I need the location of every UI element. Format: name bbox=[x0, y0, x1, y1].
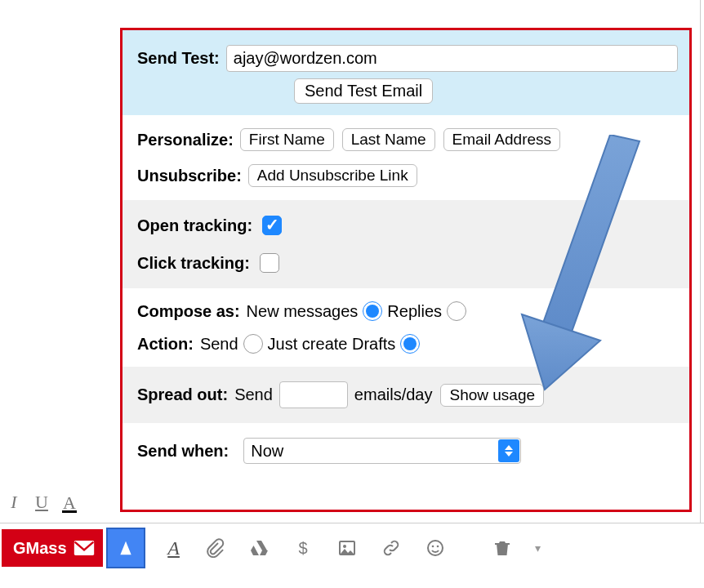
link-icon bbox=[381, 538, 401, 558]
send-test-input[interactable] bbox=[226, 45, 678, 72]
unsubscribe-button[interactable]: Add Unsubscribe Link bbox=[248, 164, 417, 187]
spread-prefix: Send bbox=[234, 385, 273, 404]
open-tracking-checkbox[interactable] bbox=[262, 216, 282, 235]
paperclip-icon bbox=[205, 538, 225, 558]
gmass-label: GMass bbox=[13, 539, 67, 558]
text-color-icon[interactable]: A bbox=[62, 496, 77, 513]
dollar-icon: $ bbox=[293, 538, 313, 558]
svg-point-6 bbox=[428, 541, 443, 555]
compose-as-row: Compose as: New messages Replies bbox=[123, 288, 689, 327]
open-tracking-row: Open tracking: bbox=[123, 200, 689, 244]
send-extra-button[interactable] bbox=[106, 528, 145, 568]
emoji-icon bbox=[426, 538, 445, 558]
show-usage-button[interactable]: Show usage bbox=[440, 384, 544, 407]
spread-emails-input[interactable] bbox=[279, 381, 348, 408]
unsubscribe-row: Unsubscribe: Add Unsubscribe Link bbox=[123, 158, 689, 200]
formatting-button[interactable]: A bbox=[155, 532, 193, 564]
open-tracking-label: Open tracking: bbox=[137, 216, 252, 235]
emoji-button[interactable] bbox=[413, 532, 457, 564]
compose-as-new-radio[interactable] bbox=[363, 301, 382, 321]
money-button[interactable]: $ bbox=[281, 532, 325, 564]
action-label: Action: bbox=[137, 335, 194, 354]
compose-as-label: Compose as: bbox=[137, 302, 240, 321]
send-test-row: Send Test: bbox=[123, 30, 689, 78]
send-test-button[interactable]: Send Test Email bbox=[294, 78, 433, 104]
compose-toolbar: GMass A $ ▾ bbox=[0, 523, 704, 572]
format-toolbar: I U A bbox=[0, 480, 83, 513]
trash-icon bbox=[492, 538, 512, 558]
personalize-first-name-button[interactable]: First Name bbox=[240, 128, 334, 151]
send-when-select-wrap[interactable]: Now bbox=[243, 438, 521, 464]
italic-icon[interactable]: I bbox=[0, 492, 28, 513]
compose-as-new-label: New messages bbox=[247, 302, 359, 321]
action-drafts-label: Just create Drafts bbox=[268, 335, 396, 354]
more-options-button[interactable]: ▾ bbox=[524, 541, 552, 555]
send-test-label: Send Test: bbox=[137, 49, 220, 68]
photo-icon bbox=[337, 538, 357, 558]
action-send-radio[interactable] bbox=[243, 334, 263, 354]
personalize-row: Personalize: First Name Last Name Email … bbox=[123, 115, 689, 158]
gmass-send-button[interactable]: GMass bbox=[2, 529, 103, 567]
gmass-settings-popup: Send Test: Send Test Email Personalize: … bbox=[120, 28, 692, 512]
compose-as-replies-label: Replies bbox=[387, 302, 442, 321]
spread-out-row: Spread out: Send emails/day Show usage bbox=[123, 367, 689, 423]
svg-point-8 bbox=[436, 546, 439, 548]
compose-as-replies-radio[interactable] bbox=[447, 301, 466, 321]
spread-out-label: Spread out: bbox=[137, 385, 228, 404]
spread-suffix: emails/day bbox=[354, 385, 433, 404]
discard-button[interactable] bbox=[480, 532, 524, 564]
insert-photo-button[interactable] bbox=[325, 532, 369, 564]
send-when-select[interactable]: Now bbox=[243, 438, 521, 464]
drive-icon bbox=[249, 538, 269, 558]
personalize-email-button[interactable]: Email Address bbox=[443, 128, 560, 151]
unsubscribe-label: Unsubscribe: bbox=[137, 167, 242, 185]
send-when-row: Send when: Now bbox=[123, 423, 689, 470]
action-row: Action: Send Just create Drafts bbox=[123, 327, 689, 367]
svg-point-5 bbox=[343, 545, 346, 548]
personalize-last-name-button[interactable]: Last Name bbox=[342, 128, 435, 151]
send-when-label: Send when: bbox=[137, 442, 229, 461]
click-tracking-label: Click tracking: bbox=[137, 254, 250, 273]
click-tracking-row: Click tracking: bbox=[123, 244, 689, 288]
insert-link-button[interactable] bbox=[369, 532, 413, 564]
svg-text:$: $ bbox=[298, 539, 307, 557]
svg-point-7 bbox=[431, 546, 434, 548]
attach-button[interactable] bbox=[193, 532, 237, 564]
action-send-label: Send bbox=[200, 335, 238, 354]
action-drafts-radio[interactable] bbox=[400, 334, 420, 354]
triangle-icon bbox=[118, 537, 134, 559]
drive-button[interactable] bbox=[237, 532, 281, 564]
click-tracking-checkbox[interactable] bbox=[260, 253, 279, 273]
send-test-button-row: Send Test Email bbox=[123, 78, 689, 115]
underline-icon[interactable]: U bbox=[28, 492, 56, 513]
personalize-label: Personalize: bbox=[137, 131, 234, 149]
envelope-icon bbox=[74, 539, 95, 557]
